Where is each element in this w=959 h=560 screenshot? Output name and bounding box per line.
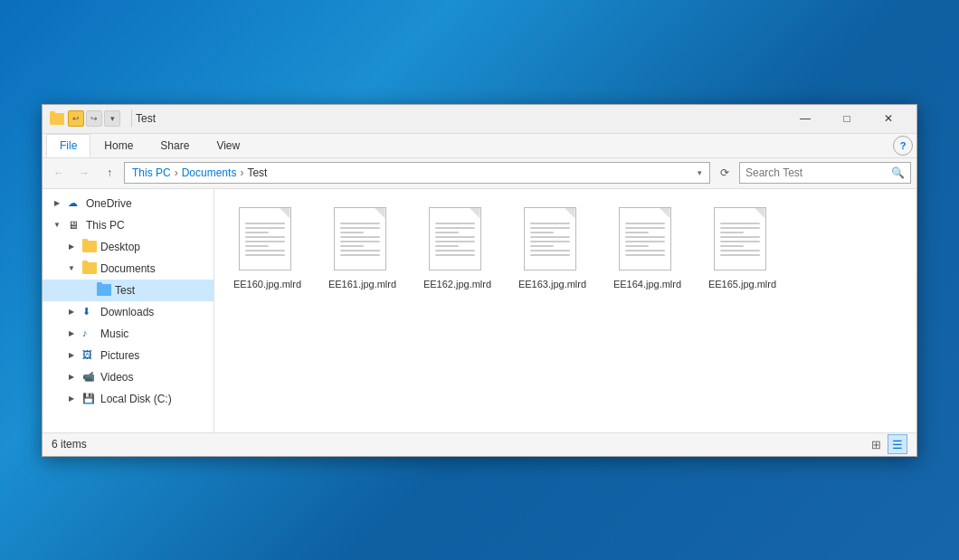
test-icon [97, 284, 111, 297]
back-button[interactable]: ← [48, 162, 70, 184]
arrow-music: ▶ [64, 327, 79, 341]
breadcrumb-sep-1: › [175, 166, 178, 179]
desktop-icon [82, 241, 97, 253]
title-bar-separator [131, 110, 132, 127]
minimize-button[interactable]: — [784, 104, 826, 133]
file-item[interactable]: EE164.jpg.mlrd [609, 204, 686, 294]
arrow-onedrive: ▶ [50, 196, 64, 211]
file-item[interactable]: EE162.jpg.mlrd [419, 204, 496, 294]
quick-down-btn[interactable]: ▾ [104, 110, 120, 127]
downloads-label: Downloads [100, 306, 214, 318]
forward-button[interactable]: → [73, 162, 95, 184]
breadcrumb-sep-2: › [240, 166, 243, 179]
file-icon-wrapper [524, 207, 582, 274]
arrow-documents: ▼ [64, 261, 79, 276]
tab-home[interactable]: Home [90, 134, 147, 157]
sidebar-item-test[interactable]: ▶ Test [43, 280, 214, 301]
item-count: 6 items [52, 438, 866, 451]
sidebar-item-localdisk[interactable]: ▶ 💾 Local Disk (C:) [43, 388, 214, 410]
up-button[interactable]: ↑ [99, 162, 120, 184]
downloads-icon: ⬇ [82, 306, 97, 318]
onedrive-icon: ☁ [68, 197, 82, 210]
documents-icon [82, 262, 97, 275]
sidebar-item-documents[interactable]: ▼ Documents [43, 258, 214, 280]
file-label: EE160.jpg.mlrd [233, 278, 301, 290]
status-bar: 6 items ⊞ ☰ [43, 432, 916, 456]
music-label: Music [100, 327, 214, 340]
window-title: Test [136, 112, 784, 125]
file-label: EE163.jpg.mlrd [518, 278, 586, 290]
sidebar-item-downloads[interactable]: ▶ ⬇ Downloads [43, 301, 214, 323]
quick-redo-btn[interactable]: ↪ [86, 110, 102, 127]
desktop-label: Desktop [100, 241, 214, 253]
file-area: EE160.jpg.mlrdEE161.jpg.mlrdEE162.jpg.ml… [214, 189, 916, 432]
file-icon-wrapper [334, 207, 392, 274]
document-icon [429, 207, 481, 271]
sidebar: ▶ ☁ OneDrive ▼ 🖥 This PC ▶ Desktop [43, 189, 214, 432]
thispc-label: This PC [86, 219, 214, 232]
help-button[interactable]: ? [893, 136, 913, 156]
search-box[interactable]: 🔍 [739, 162, 911, 184]
videos-icon: 📹 [82, 371, 97, 384]
music-icon: ♪ [82, 327, 97, 340]
quick-access-toolbar: ↩ ↪ ▾ [68, 110, 120, 127]
tab-share[interactable]: Share [147, 134, 203, 157]
document-icon [619, 207, 671, 271]
window-folder-icon [50, 111, 64, 126]
search-icon[interactable]: 🔍 [891, 166, 905, 179]
sidebar-item-pictures[interactable]: ▶ 🖼 Pictures [43, 345, 214, 366]
sidebar-item-music[interactable]: ▶ ♪ Music [43, 323, 214, 345]
explorer-window: ↩ ↪ ▾ Test — □ ✕ File Home Share View ? … [42, 104, 917, 457]
refresh-button[interactable]: ⟳ [714, 162, 736, 184]
breadcrumb-documents[interactable]: Documents [182, 166, 237, 179]
arrow-localdisk: ▶ [64, 392, 79, 406]
test-label: Test [115, 284, 214, 297]
documents-label: Documents [100, 262, 214, 275]
file-label: EE164.jpg.mlrd [613, 278, 681, 290]
pictures-icon: 🖼 [82, 349, 97, 362]
folder-icon [50, 113, 64, 125]
file-item[interactable]: EE160.jpg.mlrd [229, 204, 306, 294]
file-label: EE165.jpg.mlrd [708, 278, 776, 290]
file-icon-wrapper [714, 207, 772, 274]
window-controls: — □ ✕ [784, 104, 909, 133]
arrow-pictures: ▶ [64, 348, 79, 363]
close-button[interactable]: ✕ [868, 104, 909, 133]
sidebar-scroll: ▶ ☁ OneDrive ▼ 🖥 This PC ▶ Desktop [43, 189, 214, 432]
file-label: EE161.jpg.mlrd [328, 278, 396, 290]
main-content: ▶ ☁ OneDrive ▼ 🖥 This PC ▶ Desktop [43, 189, 916, 432]
file-icon-wrapper [619, 207, 677, 274]
file-item[interactable]: EE161.jpg.mlrd [324, 204, 401, 294]
file-icon-wrapper [429, 207, 487, 274]
title-bar: ↩ ↪ ▾ Test — □ ✕ [43, 105, 916, 134]
search-input[interactable] [745, 166, 891, 179]
view-list-button[interactable]: ☰ [888, 434, 907, 454]
sidebar-item-onedrive[interactable]: ▶ ☁ OneDrive [43, 193, 214, 214]
tab-file[interactable]: File [46, 134, 90, 157]
pictures-label: Pictures [100, 349, 214, 362]
drive-icon: 💾 [82, 393, 97, 405]
arrow-desktop: ▶ [64, 240, 79, 254]
document-icon [714, 207, 766, 271]
breadcrumb-dropdown-icon[interactable]: ▾ [698, 168, 702, 177]
videos-label: Videos [100, 371, 214, 384]
quick-undo-btn[interactable]: ↩ [68, 110, 84, 127]
file-label: EE162.jpg.mlrd [423, 278, 491, 290]
sidebar-item-thispc[interactable]: ▼ 🖥 This PC [43, 214, 214, 236]
tab-view[interactable]: View [203, 134, 253, 157]
file-item[interactable]: EE163.jpg.mlrd [514, 204, 591, 294]
breadcrumb-test[interactable]: Test [247, 166, 267, 179]
sidebar-item-videos[interactable]: ▶ 📹 Videos [43, 366, 214, 388]
thispc-icon: 🖥 [68, 219, 82, 232]
onedrive-label: OneDrive [86, 197, 214, 210]
maximize-button[interactable]: □ [826, 104, 868, 133]
sidebar-item-desktop[interactable]: ▶ Desktop [43, 236, 214, 258]
document-icon [239, 207, 291, 271]
address-bar: ← → ↑ This PC › Documents › Test ▾ ⟳ 🔍 [43, 158, 916, 189]
breadcrumb-this-pc[interactable]: This PC [132, 166, 171, 179]
file-icon-wrapper [239, 207, 297, 274]
view-grid-button[interactable]: ⊞ [866, 434, 886, 454]
document-icon [524, 207, 576, 271]
ribbon: File Home Share View ? [43, 134, 916, 158]
file-item[interactable]: EE165.jpg.mlrd [704, 204, 781, 294]
